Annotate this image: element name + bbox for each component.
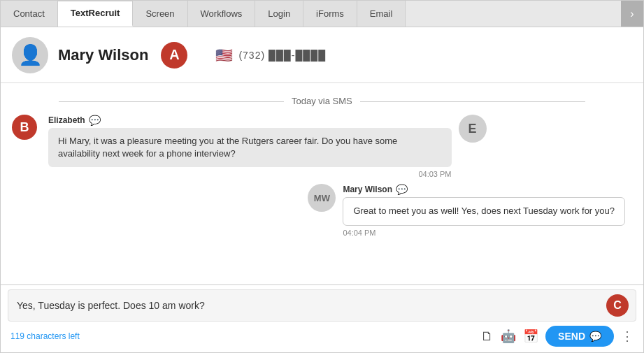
person-icon: 👤 — [18, 43, 43, 66]
tab-login[interactable]: Login — [255, 1, 303, 27]
badge-b: B — [12, 115, 37, 140]
contact-avatar: 👤 — [12, 37, 48, 73]
badge-a: A — [161, 42, 187, 69]
message-row-outgoing: Mary Wilson 💬 Great to meet you as well!… — [12, 184, 632, 236]
contact-name: Mary Wilson — [58, 46, 148, 64]
phone-number: (732) ███-████ — [238, 50, 326, 61]
sender-name: Elizabeth — [48, 115, 85, 125]
message-bubble-incoming: Hi Mary, it was a pleasure meeting you a… — [48, 128, 452, 167]
msg-sender-mary: Mary Wilson 💬 — [343, 184, 625, 195]
chat-area[interactable]: Today via SMS B Elizabeth 💬 Hi Mary, it … — [1, 83, 643, 284]
send-button[interactable]: SEND 💬 — [545, 326, 614, 347]
msg-content-outgoing: Mary Wilson 💬 Great to meet you as well!… — [343, 184, 625, 236]
tab-bar: Contact TextRecruit Screen Workflows Log… — [1, 1, 643, 27]
msg-sender-elizabeth: Elizabeth 💬 — [48, 115, 452, 126]
badge-c: C — [606, 294, 629, 317]
compose-input[interactable] — [8, 293, 599, 318]
flag-icon: 🇺🇸 — [215, 47, 233, 64]
app-container: Contact TextRecruit Screen Workflows Log… — [0, 0, 644, 353]
send-label: SEND — [558, 331, 585, 342]
avatar-text: E — [468, 122, 477, 136]
kebab-menu-icon[interactable]: ⋮ — [621, 329, 634, 344]
tab-chevron-right[interactable]: › — [621, 1, 643, 27]
toolbar-right: 🗋 🤖 📅 SEND 💬 ⋮ — [481, 326, 634, 347]
compose-footer: 119 characters left 🗋 🤖 📅 SEND 💬 ⋮ — [1, 323, 643, 352]
elizabeth-avatar: E — [459, 115, 487, 143]
tab-textrecruit[interactable]: TextRecruit — [58, 1, 134, 27]
sms-icon-mary: 💬 — [396, 184, 408, 195]
tab-email[interactable]: Email — [357, 1, 406, 27]
message-bubble-outgoing: Great to meet you as well! Yes, does nex… — [343, 197, 625, 225]
char-count: 119 characters left — [10, 331, 80, 341]
msg-time-incoming: 04:03 PM — [48, 170, 452, 178]
phone-info: 🇺🇸 (732) ███-████ — [215, 47, 326, 64]
sender-name-mary: Mary Wilson — [343, 185, 392, 194]
file-icon[interactable]: 🗋 — [481, 329, 494, 344]
contact-header: 👤 Mary Wilson A 🇺🇸 (732) ███-████ — [1, 27, 643, 83]
msg-content-incoming: Elizabeth 💬 Hi Mary, it was a pleasure m… — [48, 115, 452, 178]
tab-workflows[interactable]: Workflows — [188, 1, 256, 27]
compose-area: C 119 characters left 🗋 🤖 📅 SEND 💬 ⋮ — [1, 284, 643, 352]
calendar-icon[interactable]: 📅 — [523, 329, 538, 344]
msg-time-outgoing: 04:04 PM — [343, 229, 625, 237]
tab-contact[interactable]: Contact — [1, 1, 58, 27]
date-label: Today via SMS — [292, 96, 352, 106]
bot-icon[interactable]: 🤖 — [501, 329, 516, 344]
sms-icon: 💬 — [89, 115, 101, 126]
date-divider: Today via SMS — [1, 96, 643, 106]
send-icon: 💬 — [589, 331, 601, 342]
tab-screen[interactable]: Screen — [133, 1, 187, 27]
mary-avatar: MW — [308, 184, 336, 212]
compose-input-row: C — [8, 289, 636, 322]
message-row-incoming: B Elizabeth 💬 Hi Mary, it was a pleasure… — [12, 115, 632, 178]
tab-iforms[interactable]: iForms — [303, 1, 357, 27]
